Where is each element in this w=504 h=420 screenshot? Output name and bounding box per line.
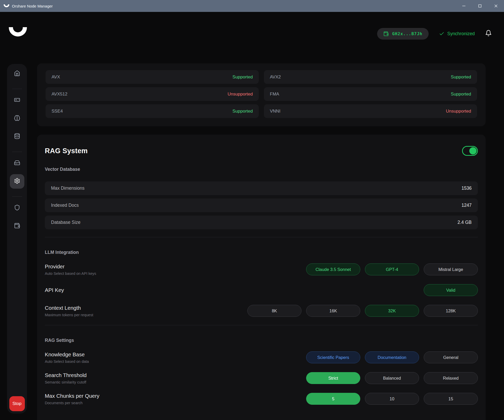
setting-info: Max Chunks per QueryDocuments per search: [45, 393, 99, 405]
rag-title: RAG System: [45, 147, 88, 155]
cpu-feature-status: Unsupported: [228, 92, 253, 97]
setting-row: Knowledge BaseAuto Select based on dataS…: [45, 351, 478, 364]
database-icon: [14, 133, 20, 140]
window-controls: [456, 0, 504, 12]
hard-drive-icon: [14, 160, 20, 167]
setting-title: Context Length: [45, 305, 93, 311]
option-relaxed[interactable]: Relaxed: [424, 372, 478, 384]
option-mistral-large[interactable]: Mistral Large: [424, 263, 478, 275]
option-group: Scientific PapersDocumentationGeneral: [306, 351, 478, 363]
app-window: { "colors": { "accent_green": "#22c55e",…: [0, 0, 504, 420]
stat-list: Max Dimensions1536Indexed Docs1247Databa…: [45, 181, 478, 229]
option-group: 51015: [306, 393, 478, 405]
option-8k[interactable]: 8K: [247, 305, 301, 317]
option-scientific-papers[interactable]: Scientific Papers: [306, 351, 360, 363]
cpu-feature-row: FMASupported: [264, 87, 477, 101]
cpu-feature-label: SSE4: [52, 109, 63, 114]
maximize-icon: [478, 4, 482, 8]
stat-value: 1536: [462, 186, 472, 191]
option-group: 8K16K32K128K: [247, 305, 478, 317]
brand-logo: [9, 27, 27, 36]
sidebar-item-database[interactable]: [10, 129, 24, 144]
option-documentation[interactable]: Documentation: [365, 351, 419, 363]
sidebar-item-home[interactable]: [10, 67, 24, 81]
option-10[interactable]: 10: [365, 393, 419, 405]
option-general[interactable]: General: [424, 351, 478, 363]
cpu-feature-status: Supported: [451, 92, 471, 97]
notifications-button[interactable]: [485, 30, 492, 38]
bell-icon: [485, 30, 492, 36]
option-group: Valid: [424, 284, 478, 296]
titlebar: Orshare Node Manager: [0, 0, 504, 12]
setting-row: Max Chunks per QueryDocuments per search…: [45, 392, 478, 405]
setting-title: Knowledge Base: [45, 351, 89, 358]
close-button[interactable]: [488, 0, 504, 12]
rag-system-card: RAG System Vector DatabaseMax Dimensions…: [37, 135, 486, 420]
option-balanced[interactable]: Balanced: [365, 372, 419, 384]
option-gpt-4[interactable]: GPT-4: [365, 263, 419, 275]
wallet-icon: [14, 223, 20, 230]
home-icon: [14, 70, 20, 77]
stat-row: Max Dimensions1536: [45, 181, 478, 195]
wallet-address-badge[interactable]: GH2x...B7Jh: [377, 28, 429, 40]
cpu-feature-label: AVX: [52, 75, 60, 80]
cpu-feature-label: AVX2: [270, 75, 281, 80]
stat-label: Indexed Docs: [51, 203, 79, 208]
option-128k[interactable]: 128K: [424, 305, 478, 317]
brain-icon: [14, 115, 20, 122]
sidebar-item-brain[interactable]: [10, 111, 24, 126]
option-strict[interactable]: Strict: [306, 372, 360, 384]
section-divider: [45, 237, 478, 237]
option-5[interactable]: 5: [306, 393, 360, 405]
section-label: LLM Integration: [45, 250, 478, 255]
sync-status-label: Synchronized: [447, 31, 475, 36]
option-claude-3-5-sonnet[interactable]: Claude 3.5 Sonnet: [306, 263, 360, 275]
setting-subtitle: Documents per search: [45, 401, 99, 405]
option-32k[interactable]: 32K: [365, 305, 419, 317]
cpu-features-card: AVXSupportedAVX2SupportedAVX512Unsupport…: [37, 63, 486, 126]
section-label: RAG Settings: [45, 338, 478, 343]
stop-button[interactable]: Stop: [9, 396, 25, 411]
cpu-feature-label: FMA: [270, 92, 279, 97]
section-label: Vector Database: [45, 167, 478, 172]
app-logo-icon: [4, 4, 9, 7]
setting-row: Context LengthMaximum tokens per request…: [45, 304, 478, 317]
cpu-feature-row: VNNIUnsupported: [264, 104, 477, 118]
setting-title: API Key: [45, 287, 64, 293]
rag-sections: Vector DatabaseMax Dimensions1536Indexed…: [45, 167, 478, 405]
maximize-button[interactable]: [472, 0, 488, 12]
setting-info: Context LengthMaximum tokens per request: [45, 305, 93, 317]
check-icon: [439, 31, 444, 36]
cpu-feature-row: SSE4Supported: [46, 104, 259, 118]
setting-info: Search ThresholdSemantic similarity cuto…: [45, 372, 87, 384]
cpu-feature-status: Supported: [233, 109, 253, 114]
cpu-feature-row: AVX2Supported: [264, 70, 477, 84]
cpu-features-grid: AVXSupportedAVX2SupportedAVX512Unsupport…: [46, 70, 477, 118]
cpu-feature-status: Supported: [451, 75, 471, 80]
wallet-address: GH2x...B7Jh: [392, 31, 422, 36]
sidebar-item-gamepad[interactable]: [10, 93, 24, 108]
setting-info: ProviderAuto Select based on API keys: [45, 263, 96, 276]
sidebar-item-shield[interactable]: [10, 201, 24, 215]
setting-subtitle: Maximum tokens per request: [45, 313, 93, 317]
rag-toggle-knob: [469, 147, 477, 154]
sidebar-item-settings[interactable]: [10, 174, 24, 189]
sidebar: Stop: [7, 64, 27, 414]
stat-value: 2.4 GB: [458, 220, 472, 225]
sidebar-divider: [12, 89, 22, 89]
sidebar-item-wallet[interactable]: [10, 219, 24, 233]
sidebar-item-hard-drive[interactable]: [10, 156, 24, 171]
option-16k[interactable]: 16K: [306, 305, 360, 317]
sidebar-divider: [12, 196, 22, 197]
setting-row: API KeyValid: [45, 284, 478, 297]
option-15[interactable]: 15: [424, 393, 478, 405]
minimize-button[interactable]: [456, 0, 472, 12]
main-content: AVXSupportedAVX2SupportedAVX512Unsupport…: [37, 63, 486, 420]
setting-info: Knowledge BaseAuto Select based on data: [45, 351, 89, 364]
cpu-feature-row: AVX512Unsupported: [46, 87, 259, 101]
rag-toggle[interactable]: [462, 146, 478, 156]
close-icon: [494, 4, 498, 8]
option-valid[interactable]: Valid: [424, 284, 478, 296]
sidebar-divider: [12, 152, 22, 152]
header-actions: GH2x...B7Jh Synchronized: [377, 28, 492, 40]
